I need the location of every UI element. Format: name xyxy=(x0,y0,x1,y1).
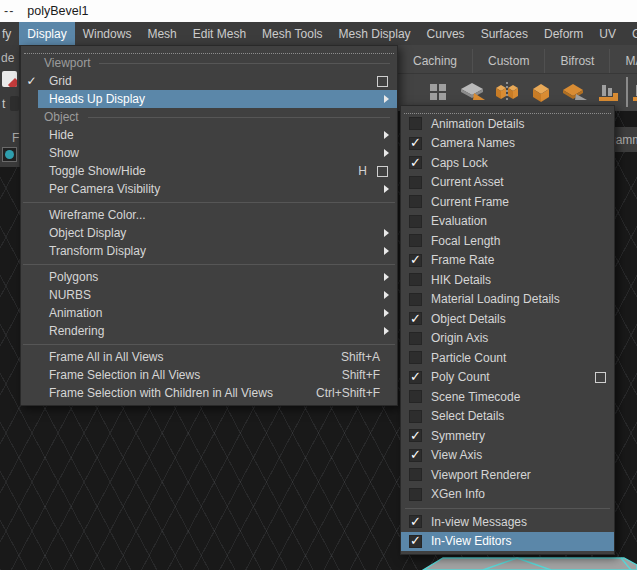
menubar-item-mesh-tools[interactable]: Mesh Tools xyxy=(254,22,330,45)
hud-item-in-view-editors[interactable]: ✓In-View Editors xyxy=(401,532,614,552)
menu-item-nurbs[interactable]: NURBS xyxy=(21,286,397,304)
menu-item-per-camera-visibility[interactable]: Per Camera Visibility xyxy=(21,180,397,198)
menubar-item-uv[interactable]: UV xyxy=(591,22,624,45)
hud-item-object-details[interactable]: ✓Object Details xyxy=(401,309,614,329)
hud-item-in-view-messages[interactable]: ✓In-view Messages xyxy=(401,512,614,532)
menubar-item-deform[interactable]: Deform xyxy=(536,22,591,45)
checkbox-checked-icon[interactable]: ✓ xyxy=(409,254,422,267)
checkbox-unchecked-icon[interactable] xyxy=(409,293,422,306)
menubar-item-surfaces[interactable]: Surfaces xyxy=(473,22,536,45)
checkbox-unchecked-icon[interactable] xyxy=(409,215,422,228)
checkbox-checked-icon[interactable]: ✓ xyxy=(409,429,422,442)
hud-item-frame-rate[interactable]: ✓Frame Rate xyxy=(401,251,614,271)
hud-item-label: HIK Details xyxy=(431,273,491,287)
checkbox-unchecked-icon[interactable] xyxy=(409,234,422,247)
tearoff-handle[interactable] xyxy=(404,106,611,114)
menu-item-show[interactable]: Show xyxy=(21,144,397,162)
menu-item-toggle-show-hide[interactable]: Toggle Show/HideH xyxy=(21,162,397,180)
menubar-item-fy[interactable]: fy xyxy=(0,22,19,45)
hud-item-view-axis[interactable]: ✓View Axis xyxy=(401,446,614,466)
option-box[interactable] xyxy=(377,166,388,177)
menubar-item-mesh[interactable]: Mesh xyxy=(139,22,184,45)
hud-item-current-frame[interactable]: Current Frame xyxy=(401,192,614,212)
menubar-item-edit-mesh[interactable]: Edit Mesh xyxy=(185,22,254,45)
hud-item-material-loading-details[interactable]: Material Loading Details xyxy=(401,290,614,310)
hud-item-camera-names[interactable]: ✓Camera Names xyxy=(401,134,614,154)
poly-mesh-object[interactable] xyxy=(417,555,637,570)
menubar-item-generate[interactable]: Generate xyxy=(624,22,637,45)
hud-item-current-asset[interactable]: Current Asset xyxy=(401,173,614,193)
shelf-tab-mash[interactable]: MASH xyxy=(610,49,637,73)
mash-falloff-icon[interactable] xyxy=(562,80,588,104)
checkbox-unchecked-icon[interactable] xyxy=(409,273,422,286)
checkbox-unchecked-icon[interactable] xyxy=(409,195,422,208)
hud-item-scene-timecode[interactable]: Scene Timecode xyxy=(401,387,614,407)
menu-item-animation[interactable]: Animation xyxy=(21,304,397,322)
checkbox-unchecked-icon[interactable] xyxy=(409,468,422,481)
checkbox-checked-icon[interactable]: ✓ xyxy=(409,156,422,169)
shelf-icon-row xyxy=(398,74,637,109)
hud-item-origin-axis[interactable]: Origin Axis xyxy=(401,329,614,349)
checkbox-unchecked-icon[interactable] xyxy=(409,351,422,364)
shelf-tab-caching[interactable]: Caching xyxy=(398,49,473,73)
mash-signal-icon[interactable] xyxy=(596,80,622,104)
checkbox-checked-icon[interactable]: ✓ xyxy=(409,137,422,150)
checkbox-checked-icon[interactable]: ✓ xyxy=(409,535,422,548)
tearoff-handle[interactable] xyxy=(24,46,394,54)
checkmark-slot xyxy=(24,304,39,322)
panel-button-fragment[interactable] xyxy=(10,96,19,111)
hud-item-particle-count[interactable]: Particle Count xyxy=(401,348,614,368)
submenu-arrow-icon xyxy=(384,149,389,157)
checkbox-unchecked-icon[interactable] xyxy=(409,410,422,423)
hud-item-hik-details[interactable]: HIK Details xyxy=(401,270,614,290)
checkbox-unchecked-icon[interactable] xyxy=(409,117,422,130)
menu-item-rendering[interactable]: Rendering xyxy=(21,322,397,340)
hud-item-poly-count[interactable]: ✓Poly Count xyxy=(401,368,614,388)
color-swatch[interactable] xyxy=(2,147,17,162)
hud-item-symmetry[interactable]: ✓Symmetry xyxy=(401,426,614,446)
shelf-scrollbar[interactable] xyxy=(626,77,628,107)
checkbox-checked-icon[interactable]: ✓ xyxy=(409,312,422,325)
mash-signal-alt-icon[interactable] xyxy=(630,80,637,104)
menubar-item-display[interactable]: Display xyxy=(19,22,74,45)
hud-item-evaluation[interactable]: Evaluation xyxy=(401,212,614,232)
menu-item-frame-all-in-all-views[interactable]: Frame All in All ViewsShift+A xyxy=(21,348,397,366)
menu-item-heads-up-display[interactable]: Heads Up Display xyxy=(21,90,397,108)
checkbox-unchecked-icon[interactable] xyxy=(409,176,422,189)
checkbox-checked-icon[interactable]: ✓ xyxy=(409,371,422,384)
checkbox-unchecked-icon[interactable] xyxy=(409,390,422,403)
menubar-item-mesh-display[interactable]: Mesh Display xyxy=(331,22,419,45)
option-box[interactable] xyxy=(377,76,388,87)
hud-item-focal-length[interactable]: Focal Length xyxy=(401,231,614,251)
menu-item-frame-selection-with-children-in-all-views[interactable]: Frame Selection with Children in All Vie… xyxy=(21,384,397,402)
hud-item-caps-lock[interactable]: ✓Caps Lock xyxy=(401,153,614,173)
menu-item-label: Frame All in All Views xyxy=(49,350,164,364)
checkbox-checked-icon[interactable]: ✓ xyxy=(409,515,422,528)
mash-cube-icon[interactable] xyxy=(528,80,554,104)
checkbox-unchecked-icon[interactable] xyxy=(409,488,422,501)
mash-waiter-icon[interactable] xyxy=(460,80,486,104)
hud-item-viewport-renderer[interactable]: Viewport Renderer xyxy=(401,465,614,485)
menu-item-hide[interactable]: Hide xyxy=(21,126,397,144)
submenu-arrow-icon xyxy=(384,95,389,103)
shelf-tab-bifrost[interactable]: Bifrost xyxy=(545,49,610,73)
hud-item-select-details[interactable]: Select Details xyxy=(401,407,614,427)
menu-item-wireframe-color[interactable]: Wireframe Color... xyxy=(21,206,397,224)
checkbox-checked-icon[interactable]: ✓ xyxy=(409,449,422,462)
hud-item-animation-details[interactable]: Animation Details xyxy=(401,114,614,134)
mash-distribute-icon[interactable] xyxy=(494,80,520,104)
menu-item-transform-display[interactable]: Transform Display xyxy=(21,242,397,260)
checkbox-unchecked-icon[interactable] xyxy=(409,332,422,345)
shelf-area: CachingCustomBifrostMASH xyxy=(398,45,637,111)
tool-icon[interactable] xyxy=(2,71,17,87)
menu-item-polygons[interactable]: Polygons xyxy=(21,268,397,286)
menu-item-object-display[interactable]: Object Display xyxy=(21,224,397,242)
menu-item-frame-selection-in-all-views[interactable]: Frame Selection in All ViewsShift+F xyxy=(21,366,397,384)
shelf-tab-custom[interactable]: Custom xyxy=(473,49,545,73)
menu-item-grid[interactable]: ✓Grid xyxy=(21,72,397,90)
hud-item-xgen-info[interactable]: XGen Info xyxy=(401,485,614,505)
option-box[interactable] xyxy=(595,372,606,383)
menubar-item-curves[interactable]: Curves xyxy=(419,22,473,45)
grid-layout-icon[interactable] xyxy=(426,80,452,104)
menubar-item-windows[interactable]: Windows xyxy=(75,22,140,45)
